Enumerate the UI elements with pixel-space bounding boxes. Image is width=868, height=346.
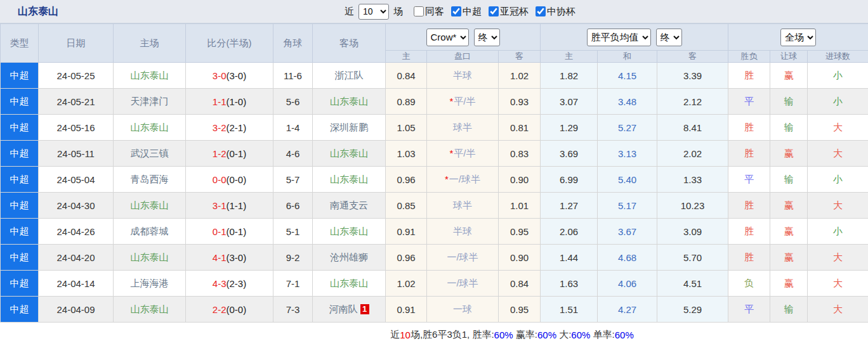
win-lose-result-cell: 胜 (728, 193, 770, 219)
league-type-cell: 中超 (1, 245, 39, 271)
asian-handicap-line-cell: 球半 (427, 115, 499, 141)
league-type-cell: 中超 (1, 167, 39, 193)
half-time-score: (3-0) (227, 252, 247, 263)
goals-result-cell: 小 (808, 63, 868, 89)
footer-segment: 10 (400, 330, 411, 340)
result-group-header: 全场 (728, 24, 868, 51)
away-team-name: 山东泰山 (330, 96, 368, 106)
away-team-name: 沧州雄狮 (330, 252, 368, 262)
away-team-cell: 深圳新鹏 (313, 115, 386, 141)
goals-result-cell: 大 (808, 193, 868, 219)
asian-handicap-line-cell: 一/球半 (427, 271, 499, 297)
league-type-cell: 中超 (1, 63, 39, 89)
footer-segment: 60% (494, 330, 513, 340)
win-lose-result-cell: 胜 (728, 219, 770, 245)
euro-away-odds-cell: 3.39 (657, 63, 728, 89)
asian-away-odds-cell: 1.02 (499, 63, 541, 89)
match-date-cell: 24-05-16 (39, 115, 114, 141)
handicap-result-cell: 输 (770, 297, 808, 323)
table-row: 中超 24-05-16 山东泰山 3-2(2-1) 1-4 深圳新鹏 1.05 … (1, 115, 868, 141)
asian-home-odds-cell: 1.03 (386, 141, 427, 167)
win-lose-result-cell: 胜 (728, 63, 770, 89)
asian-time-select[interactable]: 终 (474, 29, 500, 46)
asian-home-odds-cell: 0.84 (386, 63, 427, 89)
table-row: 中超 24-04-14 上海海港 4-3(2-3) 7-1 山东泰山 1.02 … (1, 271, 868, 297)
euro-away-odds-cell: 10.23 (657, 193, 728, 219)
table-row: 中超 24-04-20 山东泰山 4-1(3-0) 9-2 沧州雄狮 0.96 … (1, 245, 868, 271)
euro-away-odds-cell: 3.09 (657, 219, 728, 245)
full-time-score: 3-1 (213, 200, 227, 211)
euro-away-odds-cell: 5.70 (657, 245, 728, 271)
asian-company-select[interactable]: Crow* (426, 29, 469, 46)
half-time-score: (3-0) (227, 70, 247, 81)
away-team-name: 山东泰山 (330, 148, 368, 158)
same-venue-checkbox[interactable] (414, 6, 424, 16)
match-date-cell: 24-05-04 (39, 167, 114, 193)
csl-checkbox[interactable] (451, 6, 461, 16)
match-history-table: 类型 日期 主场 比分(半场) 角球 客场 Crow* 终 胜 (0, 23, 868, 323)
full-time-score: 1-2 (213, 148, 227, 159)
subheader-asian-away: 客 (499, 51, 541, 63)
euro-company-select[interactable]: 胜平负均值 (587, 29, 651, 46)
away-team-name: 浙江队 (335, 70, 364, 80)
footer-segment: 60% (537, 330, 556, 340)
score-cell: 0-0(0-0) (186, 167, 273, 193)
win-lose-result-cell: 负 (728, 271, 770, 297)
goals-result-cell: 小 (808, 89, 868, 115)
full-time-score: 4-3 (213, 278, 227, 289)
table-row: 中超 24-05-04 青岛西海 0-0(0-0) 5-7 山东泰山 0.96 … (1, 167, 868, 193)
half-time-score: (0-1) (227, 148, 247, 159)
euro-home-odds-cell: 1.82 (541, 63, 598, 89)
subheader-asian-home: 主 (386, 51, 427, 63)
asian-away-odds-cell: 1.01 (499, 193, 541, 219)
filter-cfa-cup[interactable]: 中协杯 (536, 6, 575, 18)
home-team-cell: 天津津门 (114, 89, 186, 115)
result-scope-select[interactable]: 全场 (780, 29, 816, 46)
asian-handicap-line-cell: *平/半 (427, 89, 499, 115)
header-corners: 角球 (273, 24, 313, 63)
euro-home-odds-cell: 3.07 (541, 89, 598, 115)
handicap-line-text: 平/半 (454, 96, 475, 106)
away-team-cell: 山东泰山 (313, 141, 386, 167)
home-team-cell: 山东泰山 (114, 115, 186, 141)
cfa-cup-checkbox[interactable] (536, 6, 546, 16)
win-lose-result-cell: 平 (728, 89, 770, 115)
euro-odds-group-header: 胜平负均值 终 (541, 24, 728, 51)
away-team-cell: 沧州雄狮 (313, 245, 386, 271)
euro-time-select[interactable]: 终 (656, 29, 682, 46)
score-cell: 4-3(2-3) (186, 271, 273, 297)
handicap-star: * (449, 148, 453, 158)
acl-checkbox[interactable] (489, 6, 499, 16)
asian-away-odds-cell: 0.84 (499, 271, 541, 297)
filter-csl[interactable]: 中超 (451, 6, 482, 18)
away-team-name: 山东泰山 (330, 174, 368, 184)
subheader-euro-home: 主 (541, 51, 598, 63)
filter-acl[interactable]: 亚冠杯 (489, 6, 529, 18)
asian-handicap-line-cell: 半球 (427, 219, 499, 245)
csl-label: 中超 (463, 6, 482, 18)
asian-home-odds-cell: 1.05 (386, 115, 427, 141)
handicap-line-text: 一/球半 (447, 278, 478, 288)
goals-result-cell: 大 (808, 115, 868, 141)
goals-result-cell: 小 (808, 219, 868, 245)
full-time-score: 3-2 (213, 122, 227, 133)
filter-same-venue[interactable]: 同客 (414, 6, 444, 18)
handicap-line-text: 一/球半 (447, 252, 478, 262)
away-team-name: 深圳新鹏 (330, 122, 368, 132)
filter-controls: 近 10 场 同客 中超 亚冠杯 中协杯 (345, 0, 575, 23)
euro-draw-odds-cell: 5.27 (598, 115, 657, 141)
subheader-euro-draw: 和 (598, 51, 657, 63)
asian-handicap-line-cell: 半球 (427, 63, 499, 89)
league-type-cell: 中超 (1, 141, 39, 167)
subheader-win-lose: 胜负 (728, 51, 770, 63)
asian-home-odds-cell: 0.85 (386, 193, 427, 219)
league-type-cell: 中超 (1, 297, 39, 323)
goals-result-cell: 大 (808, 245, 868, 271)
away-team-cell: 河南队1 (313, 297, 386, 323)
half-time-score: (1-0) (227, 96, 247, 107)
match-count-select[interactable]: 10 (358, 4, 389, 20)
score-cell: 2-2(0-0) (186, 297, 273, 323)
home-team-cell: 武汉三镇 (114, 141, 186, 167)
goals-result-cell: 大 (808, 297, 868, 323)
euro-home-odds-cell: 1.27 (541, 193, 598, 219)
